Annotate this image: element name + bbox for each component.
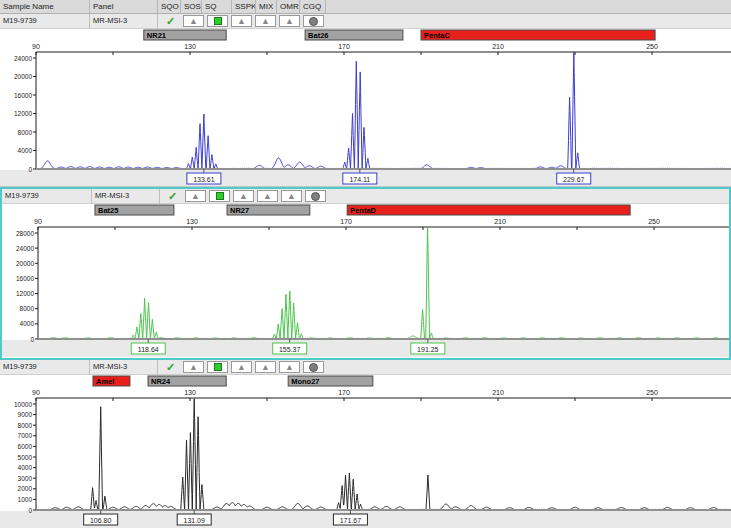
marker-bar-bat26[interactable]: Bat26 [305, 30, 403, 40]
approved-check-icon[interactable]: ✓ [161, 15, 180, 28]
quality-green-square-icon-button[interactable] [207, 15, 228, 27]
marker-bar-pentad[interactable]: PentaD [347, 205, 630, 215]
marker-bar-amel[interactable]: Amel [93, 376, 130, 386]
svg-text:4000: 4000 [20, 320, 35, 327]
svg-text:133.61: 133.61 [193, 176, 215, 183]
panel-name-cell[interactable]: MR-MSI-3 [90, 14, 158, 29]
flag-circle-icon-button[interactable] [305, 190, 326, 202]
svg-text:250: 250 [646, 389, 658, 396]
quality-green-square-icon [214, 363, 222, 371]
header-col-sspk[interactable]: SSPK [232, 0, 256, 13]
sample-row-2[interactable]: M19-9739 MR-MSI-3 ✓▲▲▲▲ [2, 189, 729, 204]
svg-text:8000: 8000 [18, 422, 33, 429]
flag-circle-icon [311, 192, 320, 201]
svg-text:Mono27: Mono27 [291, 377, 319, 386]
header-col-sqo[interactable]: SQO [158, 0, 181, 13]
svg-text:PentaC: PentaC [424, 31, 450, 40]
marker-bar-nr24[interactable]: NR24 [148, 376, 226, 386]
flag-triangle-icon: ▲ [263, 191, 272, 200]
flag-triangle-icon-button[interactable]: ▲ [255, 361, 276, 373]
flag-triangle-icon-button[interactable]: ▲ [279, 15, 300, 27]
svg-text:0: 0 [28, 166, 32, 173]
svg-text:171.67: 171.67 [340, 517, 362, 524]
y-axis: 0100020003000400050006000700080009000100… [14, 398, 36, 514]
flag-triangle-icon-button[interactable]: ▲ [233, 190, 254, 202]
svg-text:106.80: 106.80 [90, 517, 112, 524]
svg-text:Amel: Amel [96, 377, 114, 386]
marker-bars: Bat25NR27PentaD [95, 205, 630, 215]
svg-text:4000: 4000 [18, 464, 33, 471]
header-col-sq[interactable]: SQ [202, 0, 232, 13]
sample-row-3[interactable]: M19-9739 MR-MSI-3 ✓▲▲▲▲ [0, 360, 731, 375]
flag-triangle-icon-button[interactable]: ▲ [279, 361, 300, 373]
svg-text:118.64: 118.64 [138, 346, 159, 353]
header-col-sos[interactable]: SOS [181, 0, 202, 13]
svg-text:0: 0 [28, 507, 32, 514]
header-col-mix[interactable]: MIX [256, 0, 277, 13]
trace-line [37, 52, 729, 169]
flag-circle-icon-button[interactable] [303, 361, 324, 373]
svg-text:90: 90 [32, 389, 40, 396]
flag-triangle-icon: ▲ [239, 191, 248, 200]
sample-name-cell[interactable]: M19-9739 [0, 14, 90, 29]
marker-bar-pentac[interactable]: PentaC [421, 30, 655, 40]
svg-text:250: 250 [646, 43, 658, 50]
flag-triangle-icon-button[interactable]: ▲ [231, 361, 252, 373]
sample-name-cell[interactable]: M19-9739 [2, 189, 92, 204]
svg-text:174.11: 174.11 [349, 176, 370, 183]
header-col-panel[interactable]: Panel [90, 0, 158, 13]
flag-triangle-icon: ▲ [287, 191, 296, 200]
svg-text:170: 170 [338, 43, 350, 50]
quality-green-square-icon-button[interactable] [209, 190, 230, 202]
y-axis: 0400080001200016000200002400028000 [16, 227, 38, 343]
svg-text:170: 170 [338, 389, 350, 396]
svg-text:NR21: NR21 [147, 31, 166, 40]
svg-text:4000: 4000 [18, 147, 33, 154]
electropherogram-green[interactable]: Bat25NR27PentaD9013017021025004000800012… [2, 204, 729, 357]
marker-bar-nr27[interactable]: NR27 [227, 205, 310, 215]
svg-text:0: 0 [30, 336, 34, 343]
flag-circle-icon [309, 363, 318, 372]
msi-analysis-window: Sample NamePanelSQOSOSSQSSPKMIXOMRCGQ M1… [0, 0, 731, 528]
flag-triangle-icon-button[interactable]: ▲ [185, 190, 206, 202]
panel-name-cell[interactable]: MR-MSI-3 [90, 360, 158, 375]
flag-triangle-icon-button[interactable]: ▲ [281, 190, 302, 202]
x-axis: 90130170210250 [32, 389, 731, 401]
header-col-omr[interactable]: OMR [277, 0, 300, 13]
flag-circle-icon-button[interactable] [303, 15, 324, 27]
approved-check-icon[interactable]: ✓ [163, 190, 182, 203]
svg-text:24000: 24000 [16, 245, 34, 252]
svg-text:90: 90 [32, 43, 40, 50]
below-baseline-area [2, 340, 729, 357]
header-col-sample-name[interactable]: Sample Name [0, 0, 90, 13]
svg-text:1000: 1000 [18, 496, 33, 503]
marker-bar-bat25[interactable]: Bat25 [95, 205, 174, 215]
marker-bars: NR21Bat26PentaC [144, 30, 655, 40]
flag-triangle-icon: ▲ [285, 362, 294, 371]
flag-triangle-icon-button[interactable]: ▲ [183, 361, 204, 373]
quality-green-square-icon-button[interactable] [207, 361, 228, 373]
sample-row-1[interactable]: M19-9739 MR-MSI-3 ✓▲▲▲▲ [0, 14, 731, 29]
flag-triangle-icon-button[interactable]: ▲ [257, 190, 278, 202]
electropherogram-blue[interactable]: NR21Bat26PentaC9013017021025004000800012… [0, 29, 731, 187]
sample-name-cell[interactable]: M19-9739 [0, 360, 90, 375]
marker-bars: AmelNR24Mono27 [93, 376, 373, 386]
electropherogram-black[interactable]: AmelNR24Mono2790130170210250010002000300… [0, 375, 731, 528]
quality-flags: ✓▲▲▲▲ [163, 189, 326, 204]
panel-name-cell[interactable]: MR-MSI-3 [92, 189, 160, 204]
svg-text:7000: 7000 [18, 432, 33, 439]
panel-block-1: M19-9739 MR-MSI-3 ✓▲▲▲▲ NR21Bat26PentaC9… [0, 14, 731, 187]
svg-text:131.09: 131.09 [183, 517, 205, 524]
flag-triangle-icon-button[interactable]: ▲ [255, 15, 276, 27]
marker-bar-nr21[interactable]: NR21 [144, 30, 226, 40]
svg-text:NR24: NR24 [151, 377, 171, 386]
header-col-cgq[interactable]: CGQ [300, 0, 326, 13]
approved-check-icon[interactable]: ✓ [161, 361, 180, 374]
flag-triangle-icon: ▲ [261, 16, 270, 25]
svg-text:130: 130 [184, 43, 196, 50]
svg-text:20000: 20000 [16, 260, 34, 267]
svg-text:130: 130 [186, 218, 198, 225]
flag-triangle-icon-button[interactable]: ▲ [231, 15, 252, 27]
flag-triangle-icon-button[interactable]: ▲ [183, 15, 204, 27]
marker-bar-mono27[interactable]: Mono27 [288, 376, 373, 386]
